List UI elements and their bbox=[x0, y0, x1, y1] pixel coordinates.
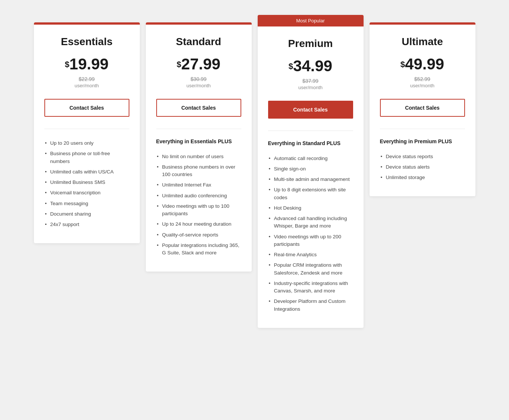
feature-item: Single sign-on bbox=[268, 164, 353, 174]
plan-divider bbox=[380, 129, 465, 129]
plan-original-price: $52.99 bbox=[380, 76, 465, 82]
features-list-premium: Automatic call recordingSingle sign-onMu… bbox=[268, 153, 353, 314]
price-amount: 19.99 bbox=[69, 55, 109, 73]
plan-price-premium: $34.99 bbox=[268, 57, 353, 75]
plan-name-premium: Premium bbox=[268, 38, 353, 50]
plan-period: user/month bbox=[156, 83, 241, 88]
price-currency: $ bbox=[177, 60, 181, 69]
feature-item: Unlimited audio conferencing bbox=[156, 191, 241, 201]
feature-item: Voicemail transcription bbox=[44, 188, 129, 198]
feature-item: Up to 24 hour meeting duration bbox=[156, 219, 241, 229]
features-header-premium: Everything in Standard PLUS bbox=[268, 140, 353, 147]
price-currency: $ bbox=[400, 60, 405, 69]
feature-item: Document sharing bbox=[44, 209, 129, 219]
feature-item: Unlimited Internet Fax bbox=[156, 180, 241, 190]
feature-item: 24x7 support bbox=[44, 219, 129, 230]
feature-item: Business phone numbers in over 100 count… bbox=[156, 162, 241, 180]
plan-card-ultimate: Ultimate $49.99 $52.99 user/month Contac… bbox=[370, 22, 475, 196]
feature-item: Automatic call recording bbox=[268, 153, 353, 164]
price-currency: $ bbox=[289, 62, 293, 71]
plan-card-essentials: Essentials $19.99 $22.99 user/month Cont… bbox=[34, 22, 140, 243]
feature-item: Popular CRM integrations with Salesforce… bbox=[268, 260, 353, 278]
features-header-standard: Everything in Essentials PLUS bbox=[156, 138, 241, 145]
contact-sales-button-premium[interactable]: Contact Sales bbox=[268, 101, 353, 119]
feature-item: Team messaging bbox=[44, 198, 129, 209]
feature-item: Business phone or toll-free numbers bbox=[44, 148, 129, 167]
contact-sales-button-ultimate[interactable]: Contact Sales bbox=[380, 99, 465, 117]
feature-item: Hot Desking bbox=[268, 203, 353, 213]
price-amount: 49.99 bbox=[405, 55, 444, 73]
feature-item: Developer Platform and Custom Integratio… bbox=[268, 296, 353, 314]
feature-item: Up to 20 users only bbox=[44, 138, 129, 148]
price-currency: $ bbox=[65, 60, 69, 69]
plan-original-price: $37.99 bbox=[268, 78, 353, 84]
plan-card-standard: Standard $27.99 $30.99 user/month Contac… bbox=[146, 22, 252, 272]
feature-item: Quality-of-service reports bbox=[156, 230, 241, 240]
feature-item: Advanced call handling including Whisper… bbox=[268, 213, 353, 232]
contact-sales-button-essentials[interactable]: Contact Sales bbox=[44, 99, 129, 117]
features-header-ultimate: Everything in Premium PLUS bbox=[380, 138, 465, 145]
feature-item: No limit on number of users bbox=[156, 151, 241, 162]
feature-item: Multi-site admin and management bbox=[268, 174, 353, 185]
feature-item: Unlimited calls within US/CA bbox=[44, 167, 129, 177]
contact-sales-button-standard[interactable]: Contact Sales bbox=[156, 99, 241, 117]
plan-name-essentials: Essentials bbox=[44, 36, 129, 48]
feature-item: Up to 8 digit extensions with site codes bbox=[268, 185, 353, 203]
features-list-standard: No limit on number of usersBusiness phon… bbox=[156, 151, 241, 258]
price-amount: 34.99 bbox=[293, 57, 332, 75]
price-amount: 27.99 bbox=[181, 55, 220, 73]
features-list-essentials: Up to 20 users onlyBusiness phone or tol… bbox=[44, 138, 129, 230]
feature-item: Popular integrations including 365, G Su… bbox=[156, 240, 241, 258]
feature-item: Unlimited storage bbox=[380, 172, 465, 183]
feature-item: Device status reports bbox=[380, 151, 465, 162]
feature-item: Industry-specific integrations with Canv… bbox=[268, 278, 353, 297]
plan-price-essentials: $19.99 bbox=[44, 55, 129, 73]
plan-price-ultimate: $49.99 bbox=[380, 55, 465, 73]
feature-item: Video meetings with up to 100 participan… bbox=[156, 201, 241, 219]
feature-item: Device status alerts bbox=[380, 162, 465, 172]
plan-period: user/month bbox=[380, 83, 465, 88]
features-list-ultimate: Device status reportsDevice status alert… bbox=[380, 151, 465, 183]
plan-name-ultimate: Ultimate bbox=[380, 36, 465, 48]
plan-divider bbox=[268, 131, 353, 131]
plan-card-premium: Most Popular Premium $34.99 $37.99 user/… bbox=[258, 15, 364, 328]
plan-divider bbox=[44, 129, 129, 129]
feature-item: Real-time Analytics bbox=[268, 250, 353, 260]
plan-original-price: $30.99 bbox=[156, 76, 241, 82]
most-popular-badge: Most Popular bbox=[258, 15, 364, 26]
feature-item: Unlimited Business SMS bbox=[44, 177, 129, 188]
pricing-container: Essentials $19.99 $22.99 user/month Cont… bbox=[31, 7, 478, 328]
plan-original-price: $22.99 bbox=[44, 76, 129, 82]
plan-name-standard: Standard bbox=[156, 36, 241, 48]
plan-divider bbox=[156, 129, 241, 129]
plan-price-standard: $27.99 bbox=[156, 55, 241, 73]
plan-period: user/month bbox=[44, 83, 129, 88]
plan-period: user/month bbox=[268, 85, 353, 90]
feature-item: Video meetings with up to 200 participan… bbox=[268, 232, 353, 250]
